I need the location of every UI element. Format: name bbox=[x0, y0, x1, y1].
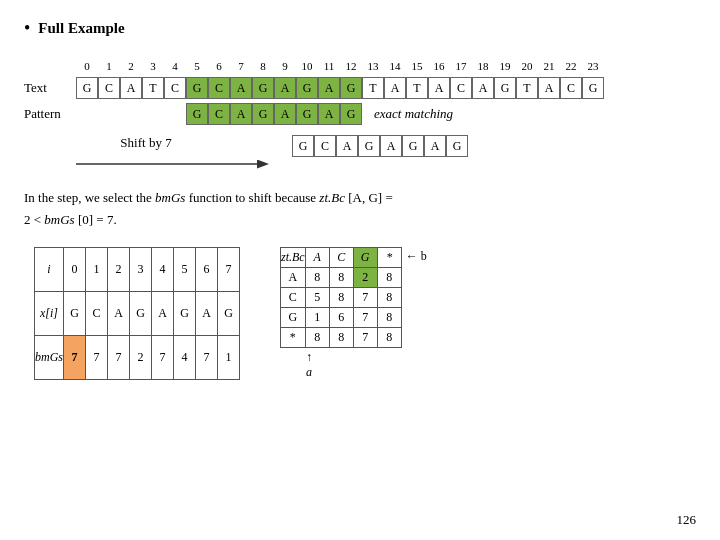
bullet-point: • bbox=[24, 18, 30, 39]
ztbc-table: zt.BcACG*A8828C5878G1678*8878 bbox=[280, 247, 402, 348]
index-cell: 14 bbox=[384, 57, 406, 75]
pattern-cell: A bbox=[274, 103, 296, 125]
pattern-spacer-cell bbox=[76, 103, 98, 125]
text-cell: A bbox=[274, 77, 296, 99]
index-cell: 5 bbox=[186, 57, 208, 75]
index-cell: 6 bbox=[208, 57, 230, 75]
desc-line1: In the step, we select the bbox=[24, 190, 155, 205]
pattern-cell: G bbox=[296, 103, 318, 125]
text-cell: A bbox=[318, 77, 340, 99]
shifted-pattern-cell: G bbox=[358, 135, 380, 157]
text-cell: C bbox=[98, 77, 120, 99]
text-cell: A bbox=[120, 77, 142, 99]
text-cell: C bbox=[208, 77, 230, 99]
index-cell: 18 bbox=[472, 57, 494, 75]
index-cell: 12 bbox=[340, 57, 362, 75]
text-row: Text GCATCGCAGAGAGTATACAGTACG bbox=[24, 77, 696, 99]
desc-line4: 2 < bbox=[24, 212, 44, 227]
pattern-cell: G bbox=[186, 103, 208, 125]
index-cell: 19 bbox=[494, 57, 516, 75]
pattern-spacer-cell bbox=[164, 103, 186, 125]
index-cell: 20 bbox=[516, 57, 538, 75]
index-cell: 7 bbox=[230, 57, 252, 75]
pattern-cell: G bbox=[340, 103, 362, 125]
pattern-spacer-cell bbox=[142, 103, 164, 125]
index-cell: 8 bbox=[252, 57, 274, 75]
shifted-pattern-cell: G bbox=[292, 135, 314, 157]
text-cell: A bbox=[230, 77, 252, 99]
shifted-pattern-cell: G bbox=[446, 135, 468, 157]
title-text: Full Example bbox=[38, 20, 124, 37]
index-cell: 15 bbox=[406, 57, 428, 75]
bottom-section: i01234567x[i]GCAGAGAGbmGs77727471 zt.BcA… bbox=[34, 247, 696, 380]
pattern-cell: A bbox=[318, 103, 340, 125]
pattern-cell: A bbox=[230, 103, 252, 125]
shifted-pattern-cell: G bbox=[402, 135, 424, 157]
exact-matching-label: exact matching bbox=[374, 106, 453, 122]
text-cell: G bbox=[252, 77, 274, 99]
index-cell: 1 bbox=[98, 57, 120, 75]
index-cell: 9 bbox=[274, 57, 296, 75]
text-cell: G bbox=[582, 77, 604, 99]
index-cell: 16 bbox=[428, 57, 450, 75]
index-cell: 21 bbox=[538, 57, 560, 75]
index-row: 01234567891011121314151617181920212223 bbox=[24, 57, 696, 75]
text-cell: C bbox=[164, 77, 186, 99]
shift-arrow bbox=[76, 155, 276, 173]
text-cell: A bbox=[428, 77, 450, 99]
text-label: Text bbox=[24, 80, 76, 96]
desc-ztbc: zt.Bc bbox=[319, 190, 345, 205]
shifted-pattern-cell: C bbox=[314, 135, 336, 157]
text-cell: G bbox=[340, 77, 362, 99]
pattern-spacer-cell bbox=[120, 103, 142, 125]
text-cell: G bbox=[76, 77, 98, 99]
pattern-spacer-cell bbox=[98, 103, 120, 125]
text-cell: C bbox=[450, 77, 472, 99]
description-block: In the step, we select the bmGs function… bbox=[24, 187, 454, 231]
text-cell: A bbox=[538, 77, 560, 99]
index-cell: 17 bbox=[450, 57, 472, 75]
pattern-row: Pattern GCAGAGAG exact matching bbox=[24, 103, 696, 125]
shifted-pattern-cell: A bbox=[336, 135, 358, 157]
desc-bracket: [A, G] = bbox=[348, 190, 393, 205]
text-cell: T bbox=[516, 77, 538, 99]
index-cell: 11 bbox=[318, 57, 340, 75]
pattern-label: Pattern bbox=[24, 106, 76, 122]
pattern-cell: C bbox=[208, 103, 230, 125]
bmgs-table: i01234567x[i]GCAGAGAGbmGs77727471 bbox=[34, 247, 240, 380]
index-cell: 3 bbox=[142, 57, 164, 75]
b-label: ← b bbox=[406, 249, 427, 264]
pattern-cell: G bbox=[252, 103, 274, 125]
index-cell: 22 bbox=[560, 57, 582, 75]
index-cell: 23 bbox=[582, 57, 604, 75]
index-cell: 4 bbox=[164, 57, 186, 75]
index-cell: 10 bbox=[296, 57, 318, 75]
text-cell: A bbox=[384, 77, 406, 99]
index-cell: 13 bbox=[362, 57, 384, 75]
text-cell: T bbox=[362, 77, 384, 99]
text-cell: G bbox=[186, 77, 208, 99]
text-cell: T bbox=[406, 77, 428, 99]
section-title: • Full Example bbox=[24, 18, 696, 39]
text-cell: G bbox=[494, 77, 516, 99]
index-cell: 2 bbox=[120, 57, 142, 75]
shifted-pattern-cell: A bbox=[380, 135, 402, 157]
text-cell: C bbox=[560, 77, 582, 99]
shift-label: Shift by 7 bbox=[120, 135, 171, 151]
text-cell: G bbox=[296, 77, 318, 99]
a-label: ↑a bbox=[280, 350, 402, 380]
text-cell: T bbox=[142, 77, 164, 99]
text-cell: A bbox=[472, 77, 494, 99]
page-number: 126 bbox=[677, 512, 697, 528]
desc-bmgs2: bmGs bbox=[44, 212, 74, 227]
shifted-pattern-cell: A bbox=[424, 135, 446, 157]
desc-bmgs1: bmGs bbox=[155, 190, 185, 205]
desc-line2: function to shift because bbox=[189, 190, 320, 205]
ztbc-section: zt.BcACG*A8828C5878G1678*8878 ↑a ← b bbox=[280, 247, 427, 380]
index-cell: 0 bbox=[76, 57, 98, 75]
desc-line5: [0] = 7. bbox=[78, 212, 117, 227]
